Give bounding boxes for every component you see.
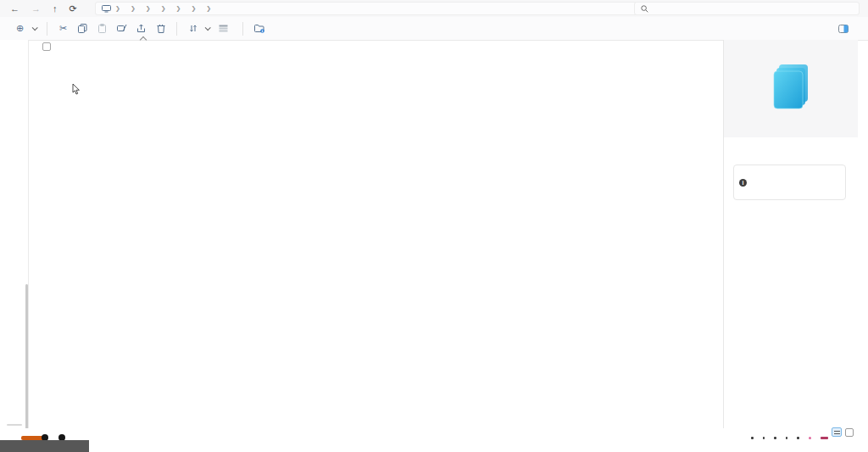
toolbar-divider [242, 22, 243, 36]
forward-icon: → [31, 4, 41, 14]
refresh-icon[interactable]: ⟳ [70, 4, 77, 14]
chevron-down-icon [32, 25, 38, 31]
navigation-pane[interactable] [0, 40, 29, 428]
view-button[interactable] [214, 20, 236, 36]
sidebar-horizontal-scrollbar[interactable] [7, 424, 22, 426]
view-icon [218, 23, 229, 34]
info-icon: i [739, 179, 747, 187]
this-pc-icon [102, 5, 111, 13]
overlay-dot-row [751, 437, 828, 439]
command-toolbar: ⊕ ✂ [0, 17, 868, 41]
search-icon [641, 5, 648, 13]
sidebar-scrollbar[interactable] [25, 284, 28, 428]
preview-icon-area [724, 40, 858, 137]
plus-circle-icon: ⊕ [14, 23, 25, 34]
cut-icon: ✂ [58, 23, 69, 34]
breadcrumb-separator: ❯ [131, 5, 136, 12]
mouse-cursor [72, 84, 80, 95]
new-button[interactable]: ⊕ [10, 20, 41, 36]
toolbar-divider [176, 22, 177, 36]
multi-file-selection-icon [769, 63, 813, 115]
sort-button[interactable] [183, 20, 214, 36]
copy-button[interactable] [73, 20, 92, 36]
chevron-down-icon [205, 25, 211, 31]
extract-all-button[interactable] [249, 20, 272, 36]
rename-icon [116, 23, 127, 34]
trash-icon [155, 23, 166, 34]
rename-button[interactable] [112, 20, 131, 36]
sort-icon [187, 23, 198, 34]
details-toggle-button[interactable] [833, 20, 856, 36]
select-all-checkbox[interactable] [42, 42, 51, 51]
recording-caption-box [0, 440, 89, 452]
delete-button[interactable] [151, 20, 170, 36]
breadcrumb-separator: ❯ [161, 5, 166, 12]
toolbar-divider [47, 22, 47, 36]
cut-button[interactable]: ✂ [53, 20, 73, 36]
breadcrumb-separator: ❯ [176, 5, 181, 12]
paste-icon [97, 23, 108, 34]
details-view-toggle[interactable] [832, 427, 842, 437]
search-input[interactable] [634, 2, 860, 15]
more-options-button[interactable] [272, 26, 281, 31]
status-bar [0, 428, 868, 444]
zip-extract-icon [253, 23, 264, 34]
breadcrumb-separator: ❯ [115, 5, 120, 12]
up-icon[interactable]: ↑ [53, 4, 58, 14]
title-bar: ← → ↑ ⟳ ❯ ❯ ❯ ❯ ❯ ❯ ❯ [0, 0, 868, 17]
view-toggle-group [832, 427, 854, 437]
large-icons-view-toggle[interactable] [845, 428, 854, 437]
breadcrumb-separator: ❯ [146, 5, 151, 12]
back-icon[interactable]: ← [10, 4, 19, 14]
address-bar[interactable]: ❯ ❯ ❯ ❯ ❯ ❯ ❯ [95, 2, 639, 15]
paste-button [92, 20, 112, 36]
selection-info-card: i [733, 165, 846, 200]
column-header-row [39, 42, 337, 53]
details-pane-icon [837, 23, 849, 34]
copy-icon [77, 23, 88, 34]
share-icon [136, 23, 147, 34]
breadcrumb-separator: ❯ [191, 5, 196, 12]
share-button[interactable] [131, 20, 151, 36]
breadcrumb-separator: ❯ [206, 5, 211, 12]
